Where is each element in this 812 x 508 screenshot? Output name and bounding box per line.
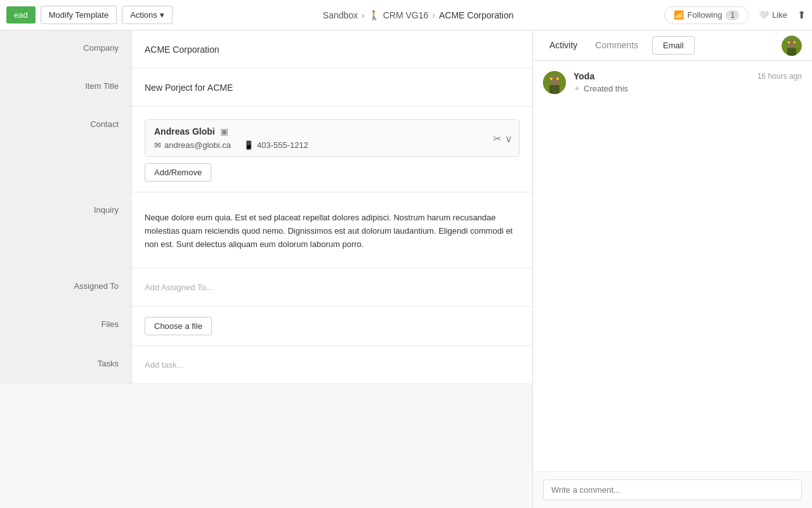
activity-action: ✦ Created this (573, 84, 802, 93)
svg-rect-2 (787, 48, 796, 55)
main-layout: Company ACME Corporation Item Title New … (0, 30, 812, 508)
tasks-value[interactable]: Add task... (132, 346, 532, 384)
spark-icon: ✦ (573, 84, 580, 93)
tab-comments[interactable]: Comments (589, 32, 645, 59)
inquiry-row: Inquiry Neque dolore eum quia. Est et se… (0, 192, 532, 269)
svg-point-9 (556, 77, 559, 80)
inquiry-label: Inquiry (0, 192, 132, 268)
files-value: Choose a file (132, 307, 532, 345)
following-button[interactable]: 📶 Following 1 (664, 6, 749, 24)
activity-action-text: Created this (584, 84, 628, 93)
actions-label: Actions (130, 10, 157, 20)
topnav-left: ead Modify Template Actions ▾ (6, 6, 173, 24)
contact-row: Contact Andreas Globi ▣ ✉ andreas@globi.… (0, 107, 532, 192)
choose-file-button[interactable]: Choose a file (145, 317, 212, 335)
company-label: Company (0, 30, 132, 68)
phone-icon: 📱 (244, 140, 254, 150)
tasks-placeholder: Add task... (145, 360, 183, 370)
contact-info: ✉ andreas@globi.ca 📱 403-555-1212 (154, 140, 510, 150)
assigned-to-placeholder: Add Assigned To... (145, 283, 213, 292)
breadcrumb: Sandbox › 🚶 CRM VG16 › ACME Corporation (178, 10, 659, 20)
activity-body: Yoda 16 hours ago ✦ Created this (573, 71, 802, 94)
contact-value: Andreas Globi ▣ ✉ andreas@globi.ca 📱 403… (132, 107, 532, 192)
email-icon: ✉ (154, 140, 161, 150)
like-button[interactable]: 🤍 Like (759, 10, 787, 20)
tab-activity[interactable]: Activity (543, 32, 584, 59)
breadcrumb-sep-1: › (362, 10, 365, 20)
svg-point-4 (794, 41, 796, 43)
tabs-right (782, 36, 802, 56)
contact-phone: 403-555-1212 (257, 140, 308, 150)
item-title-label: Item Title (0, 69, 132, 106)
like-label: Like (772, 10, 787, 20)
assigned-to-label: Assigned To (0, 269, 132, 306)
contact-phone-item: 📱 403-555-1212 (244, 140, 308, 150)
left-panel: Company ACME Corporation Item Title New … (0, 30, 533, 508)
activity-content: Yoda 16 hours ago ✦ Created this (533, 61, 812, 471)
breadcrumb-sep-2: › (432, 10, 435, 20)
contact-name: Andreas Globi (154, 126, 215, 137)
actions-button[interactable]: Actions ▾ (122, 6, 173, 24)
tabs-header: Activity Comments Email (533, 30, 812, 61)
heart-icon: 🤍 (759, 10, 769, 20)
add-remove-button[interactable]: Add/Remove (145, 163, 211, 182)
item-title-value[interactable]: New Porject for ACME (132, 69, 532, 106)
files-row: Files Choose a file (0, 307, 532, 346)
topnav-right: 📶 Following 1 🤍 Like ⬆ (664, 6, 806, 24)
inquiry-text: Neque dolore eum quia. Est et sed placea… (145, 211, 520, 251)
share-icon: ⬆ (797, 10, 806, 20)
company-value: ACME Corporation (132, 30, 532, 68)
right-panel: Activity Comments Email (533, 30, 812, 508)
comment-input[interactable] (543, 479, 802, 500)
contact-label: Contact (0, 107, 132, 192)
inquiry-value[interactable]: Neque dolore eum quia. Est et sed placea… (132, 192, 532, 268)
following-label: Following (688, 10, 723, 20)
activity-time: 16 hours ago (757, 72, 802, 81)
breadcrumb-sandbox[interactable]: Sandbox (323, 10, 358, 20)
tasks-row: Tasks Add task... (0, 346, 532, 384)
svg-point-8 (550, 77, 553, 80)
contact-card-header: Andreas Globi ▣ (154, 126, 510, 137)
contact-card-icon: ▣ (220, 126, 228, 137)
following-count: 1 (726, 10, 739, 20)
breadcrumb-crm[interactable]: CRM VG16 (383, 10, 429, 20)
share-button[interactable]: ⬆ (797, 9, 806, 21)
activity-user-name: Yoda (573, 71, 594, 81)
bottom-bar (533, 471, 812, 508)
topnav: ead Modify Template Actions ▾ Sandbox › … (0, 0, 812, 30)
avatar-icon (782, 36, 802, 56)
contact-email-item: ✉ andreas@globi.ca (154, 140, 231, 150)
tab-email[interactable]: Email (652, 36, 695, 55)
activity-item: Yoda 16 hours ago ✦ Created this (543, 71, 802, 94)
contact-edit-button[interactable]: ✂ (493, 132, 501, 144)
contact-expand-button[interactable]: ∨ (505, 132, 513, 144)
lead-button[interactable]: ead (6, 6, 36, 23)
contact-actions: ✂ ∨ (493, 132, 513, 144)
tasks-label: Tasks (0, 346, 132, 384)
item-title-row: Item Title New Porject for ACME (0, 69, 532, 107)
signal-icon: 📶 (674, 10, 684, 20)
files-label: Files (0, 307, 132, 345)
person-icon: 🚶 (369, 10, 379, 20)
contact-card: Andreas Globi ▣ ✉ andreas@globi.ca 📱 403… (145, 119, 520, 157)
activity-header: Yoda 16 hours ago (573, 71, 802, 81)
modify-template-button[interactable]: Modify Template (41, 6, 117, 24)
activity-avatar (543, 71, 566, 94)
company-row: Company ACME Corporation (0, 30, 532, 69)
svg-point-3 (788, 41, 790, 43)
chevron-down-icon: ▾ (160, 10, 164, 20)
assigned-to-row: Assigned To Add Assigned To... (0, 269, 532, 307)
breadcrumb-current: ACME Corporation (439, 10, 514, 20)
contact-email: andreas@globi.ca (164, 140, 231, 150)
svg-rect-7 (549, 85, 560, 94)
assigned-to-value[interactable]: Add Assigned To... (132, 269, 532, 306)
